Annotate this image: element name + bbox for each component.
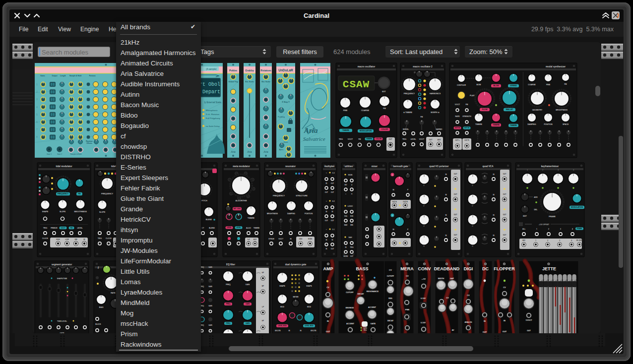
- svg-text:Output: Output: [52, 75, 58, 77]
- svg-text:FREQ: FREQ: [226, 284, 231, 286]
- svg-text:1:3: 1:3: [332, 172, 335, 174]
- svg-text:1: 1: [36, 83, 38, 86]
- svg-text:COARSE: COARSE: [361, 110, 370, 112]
- svg-text:GAIN: GAIN: [246, 284, 250, 286]
- svg-text:HIGH: HIGH: [56, 239, 60, 241]
- svg-text:EXT IN: EXT IN: [455, 127, 460, 129]
- svg-text:DIGI: DIGI: [464, 266, 473, 271]
- svg-text:MERA: MERA: [400, 266, 414, 271]
- svg-text:OUT: OUT: [331, 220, 334, 222]
- svg-text:m: m: [351, 193, 353, 195]
- svg-text:GATE: GATE: [371, 323, 376, 325]
- svg-text:EQ filter: EQ filter: [226, 263, 235, 266]
- svg-text:INT. OSC: INT. OSC: [233, 208, 241, 210]
- svg-text:OUT: OUT: [503, 173, 506, 175]
- svg-text:OUT: OUT: [454, 234, 457, 236]
- svg-text:SHAPE: SHAPE: [306, 285, 312, 287]
- svg-text:CV: CV: [503, 286, 506, 289]
- svg-text:MOD: MOD: [280, 306, 284, 308]
- svg-text:GAIN: GAIN: [208, 286, 212, 288]
- svg-text:MODULATION: MODULATION: [571, 206, 583, 208]
- svg-text:FINE: FINE: [546, 84, 551, 86]
- svg-text:TIMBRE: TIMBRE: [342, 129, 349, 131]
- svg-text:LEVEL: LEVEL: [236, 227, 241, 229]
- svg-text:Gate 2: Gate 2: [57, 153, 62, 155]
- svg-text:TIMBRE: TIMBRE: [253, 227, 259, 229]
- svg-text:LOGIC: LOGIC: [348, 205, 353, 207]
- svg-text:COLOR: COLOR: [376, 138, 381, 140]
- svg-text:ACCENT: ACCENT: [346, 323, 355, 325]
- svg-text:Alpha: Alpha: [279, 149, 283, 151]
- svg-text:GAIN: GAIN: [208, 266, 212, 268]
- svg-text:BIAS: BIAS: [99, 306, 104, 308]
- svg-text:Grabby: Grabby: [245, 69, 254, 72]
- svg-text:IN: IN: [326, 182, 327, 184]
- svg-text:BLEND: BLEND: [206, 219, 212, 221]
- svg-text:HARMO: HARMO: [436, 128, 443, 130]
- svg-text:1V/OCT: 1V/OCT: [526, 319, 533, 321]
- svg-text:Length: Length: [60, 75, 65, 77]
- svg-text:SHAPE: SHAPE: [42, 211, 49, 213]
- svg-text:LEVEL MOD: LEVEL MOD: [305, 325, 314, 327]
- svg-text:mixer: mixer: [372, 165, 378, 168]
- svg-text:COARSE: COARSE: [528, 84, 536, 86]
- svg-text:IN: IN: [326, 239, 327, 241]
- svg-text:GAIN: GAIN: [246, 322, 250, 324]
- svg-text:COLOR: COLOR: [381, 128, 388, 130]
- svg-text:resonator: resonator: [285, 165, 296, 168]
- svg-text:SPACE: SPACE: [563, 123, 569, 125]
- svg-text:MOD: MOD: [307, 306, 311, 308]
- svg-text:OUT: OUT: [527, 330, 531, 332]
- svg-text:INV: INV: [344, 184, 347, 186]
- svg-text:MODEL: MODEL: [403, 128, 409, 130]
- svg-text:OUT: OUT: [454, 214, 457, 216]
- svg-text:CSAW: CSAW: [343, 79, 370, 90]
- svg-text:FREQ: FREQ: [226, 303, 231, 305]
- svg-text:WIDTH: WIDTH: [438, 278, 444, 280]
- svg-text:SHAPE: SHAPE: [279, 285, 285, 287]
- svg-text:⊕ TIMBRE: ⊕ TIMBRE: [403, 112, 412, 114]
- svg-text:BP: BP: [262, 335, 264, 337]
- svg-text:8: 8: [36, 135, 38, 138]
- svg-text:FREQUENCY: FREQUENCY: [404, 93, 415, 95]
- svg-text:quad VC-polarizer: quad VC-polarizer: [429, 165, 449, 168]
- svg-text:CLOCK: CLOCK: [106, 238, 112, 240]
- svg-text:Ext. Scale: Ext. Scale: [262, 81, 270, 83]
- svg-text:⌁: ⌁: [345, 193, 346, 195]
- svg-text:2:2: 2:2: [332, 200, 335, 202]
- svg-text:BOW: BOW: [477, 84, 481, 86]
- svg-text:RESONANCE: RESONANCE: [367, 291, 379, 293]
- svg-text:FREQ: FREQ: [226, 342, 231, 344]
- svg-text:PRR: PRR: [405, 308, 410, 311]
- svg-text:CV: CV: [389, 269, 392, 271]
- svg-text:Gates: Gates: [40, 75, 45, 77]
- svg-text:IN: IN: [326, 211, 327, 213]
- svg-text:MORE: MORE: [344, 255, 348, 257]
- svg-text:FLOW: FLOW: [482, 109, 488, 111]
- svg-text:OUT R: OUT R: [464, 139, 469, 141]
- svg-text:TRIG: TRIG: [98, 238, 102, 240]
- svg-text:EXCITE: EXCITE: [311, 330, 316, 332]
- svg-text:CONTOUR: CONTOUR: [457, 84, 466, 86]
- svg-text:IN: IN: [484, 320, 486, 322]
- svg-text:SLOPE: SLOPE: [60, 211, 66, 213]
- svg-text:PLAY: PLAY: [470, 95, 475, 97]
- svg-text:1: 1: [536, 228, 537, 230]
- svg-text:Zoom: Zoom: [283, 141, 288, 143]
- svg-text:EDIT: EDIT: [523, 215, 527, 217]
- svg-text:(A sample): (A sample): [206, 68, 217, 70]
- svg-text:JETTE: JETTE: [542, 266, 556, 271]
- svg-text:GATE: GATE: [363, 327, 367, 329]
- svg-text:X Step Y: X Step Y: [282, 101, 290, 103]
- svg-text:IN A: IN A: [344, 215, 348, 217]
- svg-text:DEL: DEL: [534, 209, 538, 211]
- svg-text:+ 5V: + 5V: [422, 278, 426, 280]
- svg-text:S&H: S&H: [348, 237, 352, 239]
- svg-text:segment generator: segment generator: [52, 263, 72, 266]
- svg-text:Aria: Aria: [304, 126, 318, 134]
- svg-text:DECAY: DECAY: [358, 293, 364, 295]
- svg-text:2: 2: [548, 228, 549, 230]
- svg-text:TIMBRE: TIMBRE: [475, 123, 482, 125]
- svg-text:GATE: GATE: [60, 332, 64, 334]
- svg-text:UNI: UNI: [74, 239, 77, 241]
